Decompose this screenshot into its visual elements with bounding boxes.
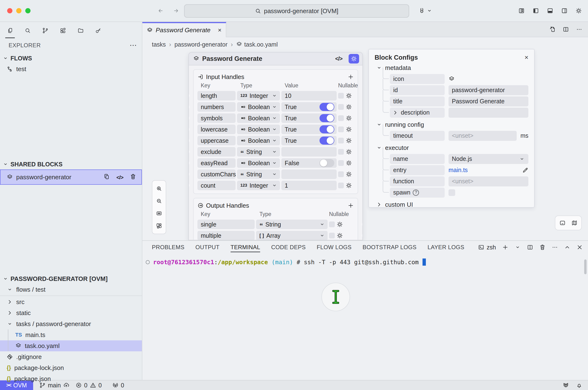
config-key[interactable]: id xyxy=(390,85,445,95)
breadcrumb-item[interactable]: password-generator xyxy=(175,41,228,48)
handle-type-select[interactable]: “String xyxy=(237,147,280,157)
tree-item-package-lock.json[interactable]: {}package-lock.json xyxy=(0,362,142,373)
tree-item-tasks-password-generator[interactable]: tasks / password-generator xyxy=(0,318,142,329)
breadcrumb-item[interactable]: task.oo.yaml xyxy=(236,41,277,48)
nullable-checkbox[interactable] xyxy=(329,222,335,227)
config-value-field[interactable]: Password Generate xyxy=(448,97,528,106)
open-preview-icon[interactable] xyxy=(549,26,555,33)
activity-branch-icon[interactable] xyxy=(39,24,51,37)
handle-key-field[interactable]: count xyxy=(197,181,235,190)
zoom-in-button[interactable] xyxy=(156,186,162,192)
handle-value-field[interactable]: 10 xyxy=(281,91,337,100)
handle-key-field[interactable]: single xyxy=(197,220,255,229)
handle-key-field[interactable]: exclude xyxy=(197,147,235,157)
tree-item-main.ts[interactable]: TSmain.ts xyxy=(0,329,142,340)
auto-layout-button[interactable] xyxy=(156,223,162,229)
breadcrumb-item[interactable]: tasks xyxy=(152,41,166,48)
config-key[interactable]: title xyxy=(390,97,445,106)
handle-settings-icon[interactable] xyxy=(336,220,343,229)
input-connector-dot[interactable] xyxy=(188,139,190,143)
input-connector-dot[interactable] xyxy=(188,161,190,165)
close-panel-button[interactable] xyxy=(577,244,583,250)
config-key[interactable]: description xyxy=(390,108,445,118)
fox-icon[interactable] xyxy=(563,382,569,388)
zoom-out-button[interactable] xyxy=(156,198,162,204)
toggle-panel-icon[interactable] xyxy=(547,8,553,14)
nullable-checkbox[interactable] xyxy=(338,183,344,188)
tab-password-generate[interactable]: Password Generate × xyxy=(142,22,226,37)
handle-settings-icon[interactable] xyxy=(345,158,353,168)
panel-tab-terminal[interactable]: TERMINAL xyxy=(231,241,260,253)
nullable-checkbox[interactable] xyxy=(338,115,344,121)
handle-type-select[interactable]: “String xyxy=(237,169,280,179)
activity-folder-icon[interactable] xyxy=(74,24,87,37)
fit-view-button[interactable] xyxy=(156,210,162,216)
panel-tab-problems[interactable]: PROBLEMS xyxy=(152,241,185,253)
tree-item-task.oo.yaml[interactable]: task.oo.yaml xyxy=(0,340,142,351)
handle-type-select[interactable]: “String xyxy=(256,220,328,229)
config-group-executor[interactable]: executor xyxy=(375,142,528,153)
settings-gear-icon[interactable] xyxy=(576,8,582,14)
nullable-checkbox[interactable] xyxy=(329,233,335,239)
handle-value-field[interactable] xyxy=(281,169,337,179)
output-connector-dot[interactable] xyxy=(362,233,363,238)
handle-value-field[interactable]: False xyxy=(281,158,337,168)
minimize-window-button[interactable] xyxy=(16,8,21,13)
panel-more-actions[interactable] xyxy=(552,244,558,250)
config-group-running-config[interactable]: running config xyxy=(375,119,528,130)
handle-settings-icon[interactable] xyxy=(345,136,353,145)
handle-settings-icon[interactable] xyxy=(345,91,353,100)
handle-key-field[interactable]: easyRead xyxy=(197,158,235,168)
config-value-select[interactable]: Node.js xyxy=(448,154,528,164)
handle-type-select[interactable]: 123Integer xyxy=(237,91,280,100)
handle-key-field[interactable]: symbols xyxy=(197,113,235,123)
close-configs-icon[interactable]: × xyxy=(525,54,528,61)
boolean-toggle[interactable] xyxy=(319,103,334,111)
toggle-sidebar-icon[interactable] xyxy=(533,8,539,14)
config-key[interactable]: spawn? xyxy=(390,188,445,198)
handle-value-field[interactable]: True xyxy=(281,102,337,112)
nullable-checkbox[interactable] xyxy=(338,127,344,132)
flow-canvas[interactable]: Password Generate </> Input Handles KeyT… xyxy=(142,51,588,240)
new-terminal-button[interactable] xyxy=(502,244,508,250)
tree-item-src[interactable]: src xyxy=(0,296,142,307)
handle-value-field[interactable]: True xyxy=(281,136,337,145)
tree-item-.gitignore[interactable]: .gitignore xyxy=(0,351,142,362)
nullable-checkbox[interactable] xyxy=(338,104,344,110)
input-connector-dot[interactable] xyxy=(188,150,190,154)
tree-item-flows-test[interactable]: flows / test xyxy=(0,284,142,295)
handle-settings-icon[interactable] xyxy=(345,169,353,179)
handle-settings-icon[interactable] xyxy=(345,125,353,134)
handle-type-select[interactable]: Boolean xyxy=(237,158,280,168)
terminal-content[interactable]: root@7612361570c1:/app/workspace (main) … xyxy=(142,254,588,380)
maximize-panel-button[interactable] xyxy=(564,244,570,250)
nullable-checkbox[interactable] xyxy=(338,138,344,144)
add-input-handle-button[interactable] xyxy=(348,74,354,80)
handle-key-field[interactable]: uppercase xyxy=(197,136,235,145)
handle-key-field[interactable]: customChars xyxy=(197,169,235,179)
activity-files-icon[interactable] xyxy=(4,24,16,37)
more-actions-icon[interactable] xyxy=(576,26,582,33)
block-settings-button[interactable] xyxy=(349,54,359,63)
toggle-secondary-sidebar-icon[interactable] xyxy=(561,8,567,14)
boolean-toggle[interactable] xyxy=(319,159,334,167)
handle-type-select[interactable]: [ ]Array xyxy=(256,231,328,240)
handle-type-select[interactable]: Boolean xyxy=(237,136,280,145)
tree-item-static[interactable]: static xyxy=(0,307,142,318)
config-key[interactable]: name xyxy=(390,154,445,164)
handle-type-select[interactable]: Boolean xyxy=(237,113,280,123)
config-value-field[interactable] xyxy=(448,108,528,118)
activity-blocks-icon[interactable] xyxy=(57,24,69,37)
activity-search-icon[interactable] xyxy=(21,24,34,37)
config-key[interactable]: entry xyxy=(390,165,445,175)
zoom-window-button[interactable] xyxy=(25,8,31,13)
nullable-checkbox[interactable] xyxy=(338,149,344,155)
config-key[interactable]: icon xyxy=(390,74,445,84)
back-button[interactable] xyxy=(157,8,163,14)
copy-icon[interactable] xyxy=(104,174,110,181)
toggle-console-button[interactable] xyxy=(559,220,566,226)
handle-value-field[interactable] xyxy=(281,147,337,157)
code-icon[interactable]: </> xyxy=(116,174,123,181)
forward-button[interactable] xyxy=(173,8,179,14)
handle-type-select[interactable]: Boolean xyxy=(237,125,280,134)
